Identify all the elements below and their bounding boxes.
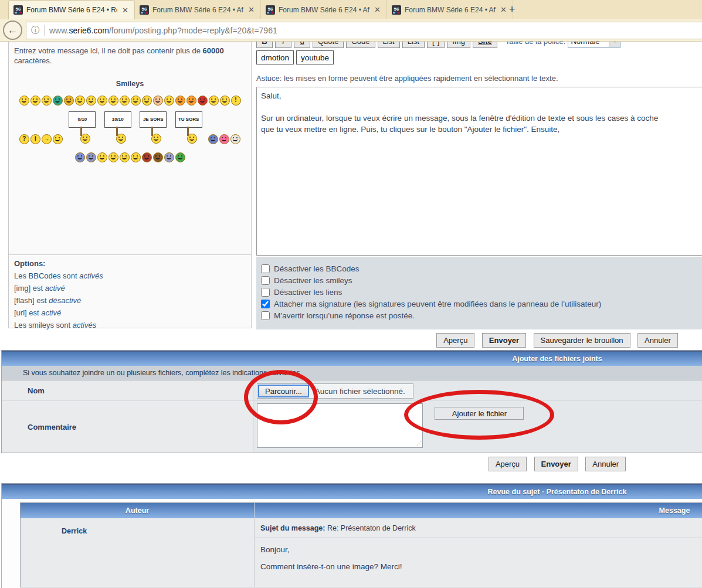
- smiley-icon[interactable]: [198, 96, 208, 106]
- smiley-row-2-lead: ?i→: [19, 134, 63, 144]
- smiley-icon[interactable]: [220, 96, 230, 106]
- back-button[interactable]: ←: [3, 21, 22, 40]
- video-bbcode-button[interactable]: dmotion: [256, 50, 294, 64]
- smiley-icon[interactable]: [209, 96, 219, 106]
- send-button[interactable]: Envoyer: [482, 333, 526, 348]
- smiley-icon[interactable]: →: [42, 134, 52, 144]
- browser-tab[interactable]: 56 Forum BMW Série 6 E24 • Ré ✕: [8, 0, 135, 19]
- attachments-cancel-button[interactable]: Annuler: [585, 457, 626, 471]
- post-option-row[interactable]: Désactiver les BBCodes: [261, 264, 702, 273]
- smiley-icon[interactable]: [230, 134, 240, 144]
- smiley-icon[interactable]: [219, 134, 229, 144]
- smiley-icon[interactable]: [131, 96, 141, 106]
- author-column-header: Auteur: [21, 503, 255, 518]
- post-option-row[interactable]: Attacher ma signature (les signatures pe…: [261, 300, 702, 308]
- smiley-icon[interactable]: [75, 96, 85, 106]
- smiley-icon[interactable]: [97, 152, 107, 162]
- attachment-comment-textarea[interactable]: [257, 403, 423, 448]
- smiley-icon[interactable]: [42, 96, 52, 106]
- tab-close-icon[interactable]: ✕: [373, 5, 382, 14]
- smiley-icon[interactable]: ?: [19, 134, 29, 144]
- smiley-icon[interactable]: [131, 152, 141, 162]
- smiley-icon[interactable]: [108, 152, 118, 162]
- attachments-preview-button[interactable]: Aperçu: [489, 457, 527, 471]
- add-file-button[interactable]: Ajouter le fichier: [435, 407, 524, 420]
- browser-tab[interactable]: 56 Forum BMW Série 6 E24 • Af ✕: [135, 0, 261, 19]
- smiley-icon[interactable]: [86, 152, 96, 162]
- smiley-icon[interactable]: [186, 96, 196, 106]
- smiley-icon[interactable]: [164, 152, 174, 162]
- smiley-icon[interactable]: [153, 96, 163, 106]
- post-body: Bonjour,Comment insère-t-on une image? M…: [255, 538, 702, 585]
- message-textarea[interactable]: Salut, Sur un ordinateur, lorsque tu veu…: [256, 87, 702, 256]
- post-option-checkbox[interactable]: [261, 276, 270, 285]
- attachments-section: Ajouter des fichiers joints Si vous souh…: [1, 350, 702, 453]
- tab-close-icon[interactable]: ✕: [121, 6, 130, 15]
- bbcode-button[interactable]: Code: [346, 41, 375, 48]
- smiley-icon[interactable]: [30, 96, 40, 106]
- smiley-icon[interactable]: [175, 96, 185, 106]
- bbcode-button[interactable]: Site: [473, 41, 497, 48]
- smiley-icon[interactable]: [97, 96, 107, 106]
- smiley-icon[interactable]: [86, 96, 96, 106]
- sign-smiley-icon[interactable]: 0/10: [67, 111, 97, 144]
- smiley-icon[interactable]: [208, 134, 218, 144]
- sign-smiley-icon[interactable]: JE SORS: [138, 111, 168, 144]
- sign-smiley-icon[interactable]: TU SORS: [174, 111, 204, 144]
- bbcode-button[interactable]: Img: [447, 41, 470, 48]
- smiley-icon[interactable]: [64, 96, 74, 106]
- smiley-icon[interactable]: [120, 152, 130, 162]
- file-input[interactable]: Parcourir... Aucun fichier sélectionné.: [257, 383, 413, 399]
- sign-smiley-icon[interactable]: 10/10: [103, 111, 133, 144]
- smiley-icon[interactable]: [53, 96, 63, 106]
- bbcode-button[interactable]: List: [378, 41, 400, 48]
- video-bbcode-button[interactable]: youtube: [296, 50, 334, 64]
- attachment-comment-label-cell: Commentaire: [2, 401, 253, 453]
- post-option-checkbox[interactable]: [261, 264, 270, 273]
- bbcode-button[interactable]: i: [275, 41, 291, 48]
- bbcode-button[interactable]: B: [256, 41, 273, 48]
- smiley-icon[interactable]: [164, 96, 174, 106]
- resize-grip-icon[interactable]: ⋰: [416, 440, 422, 446]
- submit-row-attachments: Aperçu Envoyer Annuler: [0, 457, 702, 471]
- smiley-icon[interactable]: [75, 152, 85, 162]
- browser-tab[interactable]: 56 Forum BMW Série 6 E24 • Af ✕: [387, 0, 513, 19]
- cancel-button[interactable]: Annuler: [637, 333, 678, 348]
- post-subject-line: Sujet du message: Re: Présentaton de Der…: [255, 518, 702, 538]
- smiley-icon[interactable]: [19, 96, 29, 106]
- smiley-icon[interactable]: [142, 152, 152, 162]
- smiley-icon[interactable]: [108, 96, 118, 106]
- post-option-row[interactable]: M’avertir lorsqu’une réponse est postée.: [261, 311, 702, 320]
- smiley-icon[interactable]: !: [231, 96, 241, 106]
- browser-tab[interactable]: 56 Forum BMW Série 6 E24 • Af ✕: [261, 0, 387, 19]
- smiley-icon[interactable]: [153, 152, 163, 162]
- post-option-row[interactable]: Désactiver les smileys: [261, 276, 702, 285]
- post-option-row[interactable]: Désactiver les liens: [261, 288, 702, 297]
- post-option-checkbox[interactable]: [261, 300, 270, 308]
- attachments-send-button[interactable]: Envoyer: [534, 457, 578, 471]
- smiley-icon[interactable]: [142, 96, 152, 106]
- font-size-select[interactable]: Normale ▼: [568, 41, 620, 48]
- bbcodes-link[interactable]: BBCodes: [29, 271, 61, 280]
- post-option-checkbox[interactable]: [261, 288, 270, 297]
- new-tab-button[interactable]: +: [502, 4, 522, 16]
- bbcode-button[interactable]: List: [402, 41, 425, 48]
- sign-board-text: TU SORS: [175, 111, 202, 128]
- bbcode-button[interactable]: u: [294, 41, 310, 48]
- url-field[interactable]: ⓘ www.serie6.com/forum/posting.php?mode=…: [26, 22, 702, 39]
- smiley-icon[interactable]: [175, 152, 185, 162]
- smiley-icon[interactable]: [53, 134, 63, 144]
- bbcode-button[interactable]: Quote: [313, 41, 344, 48]
- save-draft-button[interactable]: Sauvegarder le brouillon: [534, 333, 630, 348]
- tab-close-icon[interactable]: ✕: [247, 5, 256, 14]
- tab-title: Forum BMW Série 6 E24 • Af: [405, 6, 496, 14]
- preview-button[interactable]: Aperçu: [436, 333, 474, 348]
- browse-button[interactable]: Parcourir...: [258, 385, 309, 397]
- page-info-icon[interactable]: ⓘ: [31, 25, 39, 36]
- post-option-checkbox[interactable]: [261, 311, 270, 320]
- smiley-icon[interactable]: [120, 96, 130, 106]
- smiley-icon[interactable]: i: [30, 134, 40, 144]
- chevron-down-icon[interactable]: ▼: [609, 41, 620, 47]
- tab-bar: 56 Forum BMW Série 6 E24 • Ré ✕ 56 Forum…: [0, 0, 702, 19]
- bbcode-button[interactable]: [*]: [427, 41, 445, 48]
